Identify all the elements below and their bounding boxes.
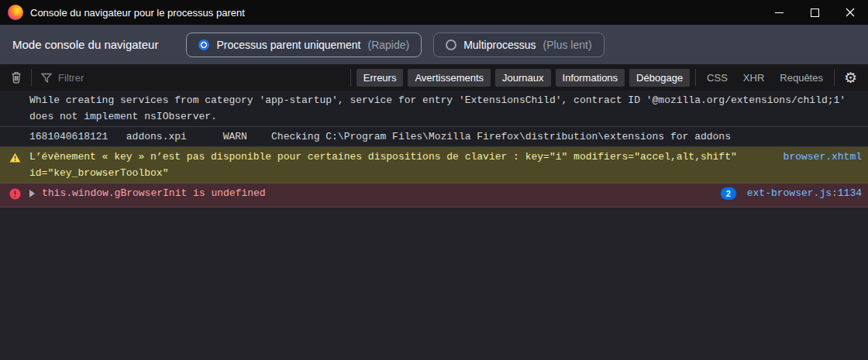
filter-warnings-button[interactable]: Avertissements bbox=[408, 69, 491, 87]
filter-requests-button[interactable]: Requêtes bbox=[772, 72, 831, 84]
message-source-link[interactable]: browser.xhtml bbox=[784, 149, 862, 165]
toolbar-divider bbox=[31, 69, 32, 86]
toolbar-divider bbox=[350, 69, 351, 86]
message-gutter bbox=[9, 149, 29, 168]
filter-info-button[interactable]: Informations bbox=[556, 69, 625, 87]
clear-console-button[interactable] bbox=[5, 71, 28, 84]
filter-area bbox=[35, 72, 347, 84]
warning-icon bbox=[9, 153, 21, 163]
console-message-log: 1681040618121 addons.xpi WARN Checking C… bbox=[0, 127, 868, 147]
mode-option-label: Processus parent uniquement bbox=[216, 39, 360, 51]
mode-option-parent-process[interactable]: Processus parent uniquement (Rapide) bbox=[186, 33, 422, 57]
browser-console-window: Console du navigateur pour le processus … bbox=[0, 0, 868, 360]
console-message-log: While creating services from category 'a… bbox=[0, 91, 868, 127]
minimize-icon bbox=[775, 12, 784, 13]
console-message-warning: L’évènement « key » n’est pas disponible… bbox=[0, 147, 868, 183]
trash-icon bbox=[11, 71, 22, 84]
message-gutter bbox=[9, 185, 29, 205]
toolbar-divider bbox=[834, 69, 835, 86]
mode-option-multiprocess[interactable]: Multiprocessus (Plus lent) bbox=[433, 33, 604, 57]
message-gutter bbox=[9, 129, 29, 132]
message-text: this.window.gBrowserInit is undefined bbox=[42, 185, 710, 201]
message-gutter bbox=[9, 92, 29, 95]
filter-debug-button[interactable]: Débogage bbox=[629, 69, 690, 87]
mode-bar-label: Mode console du navigateur bbox=[12, 38, 158, 51]
maximize-button[interactable] bbox=[797, 0, 832, 25]
toolbar-divider bbox=[695, 69, 696, 86]
close-icon bbox=[846, 8, 855, 17]
window-controls bbox=[761, 0, 868, 25]
window-title: Console du navigateur pour le processus … bbox=[30, 7, 245, 19]
filter-logs-button[interactable]: Journaux bbox=[495, 69, 550, 87]
title-bar: Console du navigateur pour le processus … bbox=[0, 0, 868, 25]
close-button[interactable] bbox=[832, 0, 868, 25]
filter-css-button[interactable]: CSS bbox=[699, 72, 735, 84]
radio-unchecked-icon bbox=[446, 39, 456, 50]
firefox-icon bbox=[8, 5, 23, 20]
mode-option-hint: (Plus lent) bbox=[543, 39, 592, 51]
settings-gear-icon[interactable]: ⚙ bbox=[838, 69, 863, 86]
console-output: While creating services from category 'a… bbox=[0, 91, 868, 360]
filter-errors-button[interactable]: Erreurs bbox=[356, 69, 404, 87]
mode-option-label: Multiprocessus bbox=[463, 39, 536, 51]
minimize-button[interactable] bbox=[761, 0, 797, 25]
filter-funnel-icon bbox=[41, 73, 52, 83]
message-text: 1681040618121 addons.xpi WARN Checking C… bbox=[29, 129, 862, 145]
console-mode-bar: Mode console du navigateur Processus par… bbox=[0, 25, 868, 64]
filter-input[interactable] bbox=[58, 72, 347, 84]
message-text: L’évènement « key » n’est pas disponible… bbox=[29, 149, 773, 181]
maximize-icon bbox=[811, 9, 819, 17]
repeat-count-badge: 2 bbox=[721, 187, 736, 200]
mode-option-hint: (Rapide) bbox=[367, 39, 409, 51]
expand-twisty-icon[interactable] bbox=[29, 190, 35, 197]
console-toolbar: Erreurs Avertissements Journaux Informat… bbox=[0, 64, 868, 91]
console-message-error: this.window.gBrowserInit is undefined 2 … bbox=[0, 183, 868, 207]
message-text: While creating services from category 'a… bbox=[29, 92, 862, 125]
radio-checked-icon bbox=[198, 39, 209, 50]
message-source-link[interactable]: ext-browser.js:1134 bbox=[747, 185, 862, 201]
filter-xhr-button[interactable]: XHR bbox=[735, 72, 772, 84]
error-icon bbox=[9, 188, 21, 200]
